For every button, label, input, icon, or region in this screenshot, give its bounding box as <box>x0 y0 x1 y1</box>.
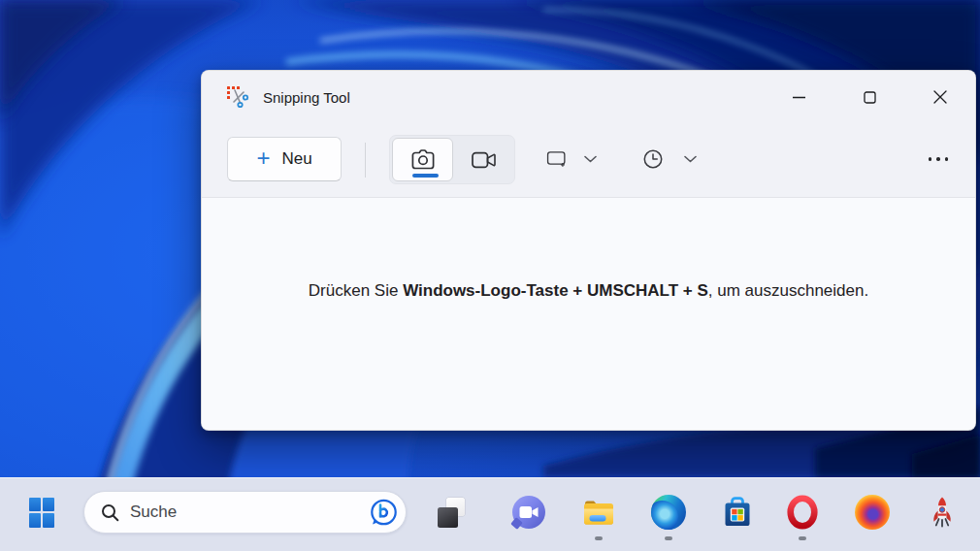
see-more-button[interactable] <box>917 143 960 176</box>
ellipsis-icon <box>929 157 932 161</box>
maximize-icon <box>864 91 876 104</box>
edge-icon <box>651 495 686 530</box>
snip-shape-chevron[interactable] <box>582 151 598 167</box>
shortcut-hint-text: Drücken Sie Windows-Logo-Taste + UMSCHAL… <box>309 281 868 430</box>
video-camera-icon <box>472 151 496 169</box>
taskbar-app-file-explorer[interactable] <box>581 495 616 530</box>
camera-icon <box>411 149 435 170</box>
taskbar-app-chat[interactable] <box>511 495 546 530</box>
rectangle-select-icon <box>546 147 568 171</box>
task-view-button[interactable] <box>436 496 471 531</box>
running-indicator-file-explorer <box>595 536 603 540</box>
taskbar-app-microsoft-store[interactable] <box>720 495 755 530</box>
firefox-icon <box>855 495 890 530</box>
clock-delay-icon <box>642 146 664 172</box>
toolbar-divider <box>365 143 366 178</box>
search-icon <box>101 503 119 522</box>
search-box[interactable]: Suche <box>83 491 407 534</box>
window-content: Drücken Sie Windows-Logo-Taste + UMSCHAL… <box>202 198 975 430</box>
taskbar-app-rocket[interactable] <box>925 495 960 530</box>
file-explorer-icon <box>581 495 616 530</box>
search-placeholder: Suche <box>130 502 369 522</box>
new-snip-label: Neu <box>281 149 311 169</box>
new-snip-button[interactable]: + Neu <box>227 137 342 181</box>
close-button[interactable] <box>918 81 963 113</box>
snip-delay-chevron[interactable] <box>682 151 698 167</box>
desktop: Snipping Tool + Neu <box>0 0 980 551</box>
shortcut-keys: Windows-Logo-Taste + UMSCHALT + S <box>403 281 708 300</box>
close-icon <box>933 90 947 104</box>
bing-chat-icon[interactable] <box>369 498 399 528</box>
snipping-tool-window: Snipping Tool + Neu <box>201 70 976 431</box>
toolbar: + Neu <box>202 123 975 197</box>
snipping-tool-icon <box>226 85 249 109</box>
chat-camera-glyph <box>519 505 539 519</box>
selected-mode-indicator <box>412 174 439 178</box>
snip-shape-button[interactable] <box>540 143 573 176</box>
running-indicator-edge <box>665 536 672 540</box>
capture-mode-toggle <box>389 135 515 184</box>
minimize-icon <box>793 91 805 104</box>
chevron-down-icon <box>684 155 697 163</box>
taskbar-app-firefox[interactable] <box>855 495 890 530</box>
windows-logo-icon <box>29 498 54 528</box>
rocket-icon <box>925 495 960 530</box>
video-mode-button[interactable] <box>453 138 514 181</box>
snip-delay-button[interactable] <box>637 143 670 176</box>
plus-icon: + <box>256 146 270 170</box>
start-button[interactable] <box>23 494 60 531</box>
taskbar-app-opera[interactable] <box>785 495 820 530</box>
chevron-down-icon <box>584 155 597 163</box>
microsoft-store-icon <box>720 495 755 530</box>
window-title: Snipping Tool <box>263 89 350 106</box>
titlebar[interactable]: Snipping Tool <box>202 71 975 123</box>
taskbar-app-edge[interactable] <box>651 495 686 530</box>
minimize-button[interactable] <box>776 81 821 113</box>
screenshot-mode-button[interactable] <box>392 138 453 181</box>
running-indicator-opera <box>799 536 806 540</box>
opera-icon <box>785 495 820 530</box>
maximize-button[interactable] <box>847 81 892 113</box>
